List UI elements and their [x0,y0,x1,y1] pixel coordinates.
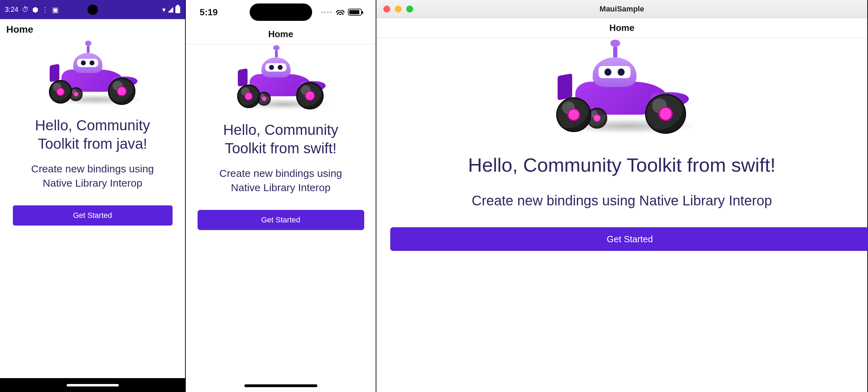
hero-title-line1: Hello, Community [10,116,175,135]
window-fullscreen-button[interactable] [406,6,413,13]
get-started-button[interactable]: Get Started [13,205,173,226]
android-status-bar: 3:24 ⏱ ⬢ ⋮ ▣ ▾ [0,0,185,19]
battery-icon [348,9,362,16]
camera-cutout [87,5,98,15]
ios-nav-bar: Home [186,24,376,44]
hero-sub-line2: Native Library Interop [10,176,175,190]
hero-title: Hello, Community Toolkit from swift! [390,153,853,177]
get-started-button[interactable]: Get Started [198,210,364,230]
hero-title-line2: Toolkit from swift! [196,139,365,158]
hero-sub-line1: Create new bindings using [196,166,365,181]
android-app-bar: Home [0,19,185,40]
hero-title: Hello, Community Toolkit from java! [10,116,175,153]
get-started-button[interactable]: Get Started [390,227,868,251]
hero-title-line2: Toolkit from java! [10,135,175,153]
hero-subtitle: Create new bindings using Native Library… [196,166,365,195]
macos-title-bar[interactable]: MauiSample [376,0,867,18]
hero-title: Hello, Community Toolkit from swift! [196,121,365,157]
hero-title-line1: Hello, Community [196,121,365,139]
dynamic-island [250,3,312,21]
wifi-icon: ▾ [162,6,166,14]
hero-sub-line1: Create new bindings using [10,162,175,176]
gesture-pill[interactable] [67,384,119,386]
ios-home-indicator[interactable] [244,384,317,387]
battery-icon [175,6,180,13]
window-title: MauiSample [600,5,644,14]
ios-page-content: Hello, Community Toolkit from swift! Cre… [186,44,376,230]
alarm-icon: ⏱ [22,6,29,14]
macos-screenshot: MauiSample Home Hello, Community Toolkit… [376,0,868,392]
ios-status-bar: 5:19 •••• [186,0,376,24]
shield-icon: ⬢ [32,6,38,14]
android-page-content: Hello, Community Toolkit from java! Crea… [0,40,185,226]
hero-sub-line2: Native Library Interop [196,181,365,195]
square-icon: ▣ [52,6,59,14]
hero-image-racecar-bot [44,47,141,106]
macos-page-content: Hello, Community Toolkit from swift! Cre… [376,38,867,251]
hero-subtitle: Create new bindings using Native Library… [10,162,175,190]
android-gesture-bar[interactable] [0,378,185,392]
hero-image-racecar-bot [549,49,695,136]
mic-icon: ⋮ [42,6,49,14]
page-title: Home [6,24,33,35]
wifi-icon [336,8,344,16]
window-controls[interactable] [383,6,413,13]
android-screenshot: 3:24 ⏱ ⬢ ⋮ ▣ ▾ Home [0,0,186,392]
cell-signal-icon [168,7,173,13]
hero-subtitle: Create new bindings using Native Library… [390,191,853,210]
window-minimize-button[interactable] [395,6,402,13]
page-title: Home [268,29,293,40]
ios-screenshot: 5:19 •••• Home Hello, [186,0,376,392]
cell-signal-icon: •••• [321,9,333,16]
hero-image-racecar-bot [232,51,329,111]
status-clock: 3:24 [5,6,18,14]
macos-nav-bar: Home [376,18,867,38]
status-clock: 5:19 [200,7,218,18]
page-title: Home [609,23,634,33]
window-close-button[interactable] [383,6,390,13]
